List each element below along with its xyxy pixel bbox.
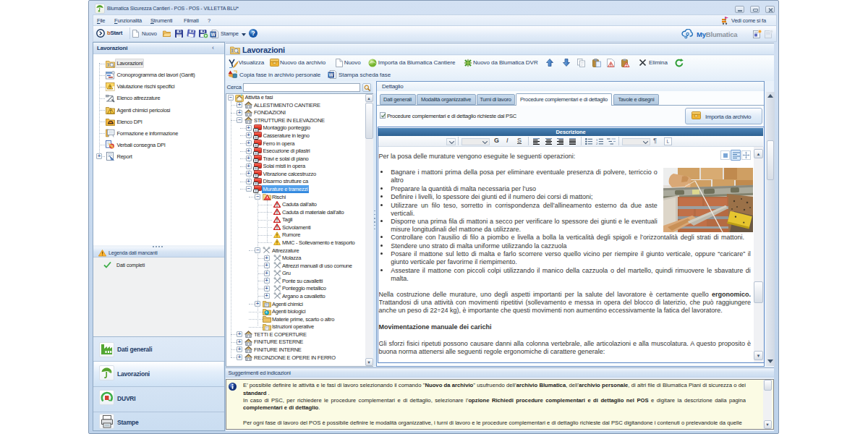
svg-text:W: W bbox=[211, 32, 216, 37]
svg-text:W: W bbox=[328, 72, 333, 77]
svg-text:?: ? bbox=[252, 30, 255, 37]
svg-text:2: 2 bbox=[596, 142, 598, 145]
svg-text:1: 1 bbox=[596, 138, 598, 142]
